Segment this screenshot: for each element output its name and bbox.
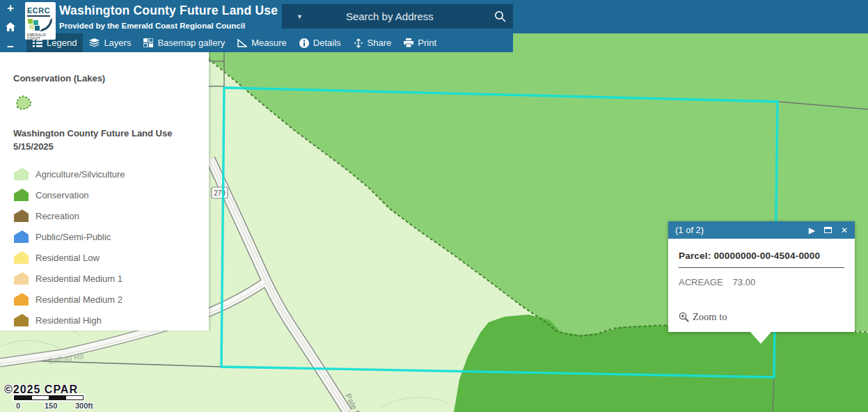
details-button-label: Details bbox=[313, 38, 341, 48]
legend-item-residential-high: Residential High bbox=[13, 310, 202, 331]
legend-panel: Conservation (Lakes) Washington County F… bbox=[0, 52, 209, 331]
ecrc-logo-abbr: ECRC bbox=[27, 6, 50, 17]
layers-button[interactable]: Layers bbox=[83, 33, 137, 52]
scalebar-label-150: 150 bbox=[45, 402, 57, 410]
legend-layer-title-flu: Washington County Future Land Use bbox=[13, 127, 202, 140]
home-icon bbox=[6, 22, 15, 31]
print-button-label: Print bbox=[418, 38, 436, 48]
title-block: Washington County Future Land Use Map Pr… bbox=[59, 3, 306, 30]
popup-field-value: 73.00 bbox=[733, 277, 756, 287]
legend-swatch bbox=[13, 313, 29, 327]
legend-swatch bbox=[13, 292, 29, 306]
route-shield-279: 279 bbox=[212, 187, 228, 198]
search-icon[interactable] bbox=[486, 10, 514, 22]
legend-item-residential-low: Residential Low bbox=[13, 247, 202, 268]
measure-button[interactable]: Measure bbox=[231, 33, 293, 52]
zoom-to-magnifier-icon bbox=[679, 312, 689, 322]
popup-pager: (1 of 2) bbox=[675, 225, 800, 235]
scalebar: 0 150 300ft bbox=[14, 395, 84, 411]
scalebar-label-300: 300ft bbox=[75, 402, 93, 410]
basemap-gallery-button[interactable]: Basemap gallery bbox=[137, 33, 231, 52]
page-title: Washington County Future Land Use Map bbox=[59, 3, 306, 18]
legend-item-residential-med1: Residential Medium 1 bbox=[13, 268, 202, 289]
measure-ruler-icon bbox=[237, 39, 247, 47]
map-navigation-controls: + − bbox=[0, 0, 21, 56]
legend-item-public: Public/Semi-Public bbox=[13, 226, 202, 247]
next-feature-icon[interactable]: ▶ bbox=[809, 225, 815, 235]
ecrc-logo-art bbox=[27, 18, 54, 33]
page-subtitle: Provided by the Emerald Coast Regional C… bbox=[59, 22, 306, 30]
measure-button-label: Measure bbox=[251, 38, 287, 48]
ecrc-logo: ECRC EMERALD COAST bbox=[25, 2, 56, 40]
basemap-grid-icon bbox=[143, 38, 153, 47]
scalebar-bar bbox=[14, 395, 84, 400]
print-button[interactable]: Print bbox=[397, 33, 443, 52]
zoom-out-button[interactable]: − bbox=[0, 39, 21, 56]
scalebar-labels: 0 150 300ft bbox=[14, 402, 84, 411]
legend-swatch bbox=[13, 167, 29, 181]
share-icon bbox=[354, 38, 363, 48]
legend-swatch bbox=[13, 271, 29, 285]
popup-header[interactable]: (1 of 2) ▶ ✕ bbox=[668, 221, 855, 239]
layers-icon bbox=[89, 38, 100, 47]
legend-swatch bbox=[13, 230, 29, 244]
details-button[interactable]: Details bbox=[293, 33, 347, 52]
popup-parcel-title: Parcel: 00000000-00-4504-0000 bbox=[679, 239, 844, 261]
legend-swatch bbox=[13, 188, 29, 202]
maximize-icon[interactable] bbox=[824, 227, 832, 233]
popup-pointer bbox=[750, 332, 771, 344]
popup-field-label: ACREAGE bbox=[679, 277, 723, 287]
legend-item-residential-med2: Residential Medium 2 bbox=[13, 289, 202, 310]
zoom-to-link[interactable]: Zoom to bbox=[679, 311, 727, 323]
layers-button-label: Layers bbox=[104, 38, 131, 48]
search-widget: ▼ bbox=[282, 4, 513, 29]
legend-swatch bbox=[13, 251, 29, 264]
map-attribution: ©2025 CPAR bbox=[4, 383, 78, 396]
home-button[interactable] bbox=[0, 18, 21, 35]
zoom-in-button[interactable]: + bbox=[0, 0, 21, 17]
info-icon bbox=[299, 38, 309, 48]
zoom-to-label: Zoom to bbox=[693, 311, 727, 323]
basemap-gallery-button-label: Basemap gallery bbox=[157, 38, 225, 48]
lakes-swatch bbox=[15, 95, 35, 113]
share-button[interactable]: Share bbox=[347, 33, 398, 52]
popup-divider bbox=[679, 267, 844, 268]
print-icon bbox=[404, 38, 413, 47]
share-button-label: Share bbox=[368, 38, 392, 48]
toolbar: Legend Layers Basemap gallery Measure De… bbox=[0, 33, 513, 52]
popup-body: Parcel: 00000000-00-4504-0000 ACREAGE73.… bbox=[668, 239, 855, 332]
feature-popup: (1 of 2) ▶ ✕ Parcel: 00000000-00-4504-00… bbox=[668, 221, 855, 332]
legend-layer-date: 5/15/2025 bbox=[13, 141, 202, 152]
legend-list-icon bbox=[33, 39, 42, 47]
legend-swatch bbox=[13, 209, 29, 223]
close-icon[interactable]: ✕ bbox=[841, 225, 848, 235]
legend-item-recreation: Recreation bbox=[13, 205, 202, 226]
ecrc-logo-line2: COAST bbox=[27, 37, 54, 40]
legend-items: Agriculture/Silviculture Conservation Re… bbox=[13, 164, 202, 331]
scalebar-label-0: 0 bbox=[16, 402, 20, 410]
search-input[interactable] bbox=[317, 10, 486, 23]
legend-item-conservation: Conservation bbox=[13, 184, 202, 205]
legend-layer-title-lakes: Conservation (Lakes) bbox=[13, 72, 202, 85]
search-source-dropdown[interactable]: ▼ bbox=[282, 13, 317, 20]
legend-item-agriculture: Agriculture/Silviculture bbox=[13, 164, 202, 184]
popup-acreage-field: ACREAGE73.00 bbox=[679, 277, 844, 287]
